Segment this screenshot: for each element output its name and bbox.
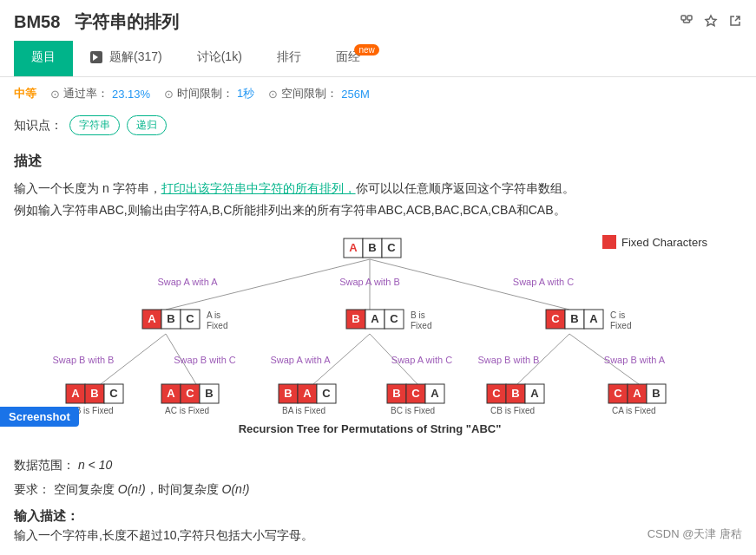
svg-text:C: C (322, 387, 331, 400)
tab-interview[interactable]: 面经 new (319, 41, 378, 76)
svg-text:C: C (492, 387, 501, 400)
svg-text:Swap A with A: Swap A with A (270, 355, 331, 365)
description-title: 描述 (14, 153, 742, 171)
pass-rate-label: 通过率： (63, 86, 108, 101)
svg-text:B: B (368, 241, 376, 254)
pass-rate-value: 23.13% (112, 88, 150, 101)
root-node: A B C (344, 238, 401, 258)
meta-info: 中等 ⊙ 通过率： 23.13% ⊙ 时间限制： 1秒 ⊙ 空间限制： 256M (0, 77, 756, 110)
svg-text:B: B (167, 312, 174, 325)
legend: Fixed Characters (602, 235, 707, 249)
footer: CSDN @天津 唐秸 (648, 526, 742, 542)
svg-text:Fixed: Fixed (207, 321, 227, 330)
input-desc-section: 输入描述： 输入一个字符串,长度不超过10,字符只包括大小写字母。 (14, 508, 742, 544)
star-icon[interactable] (704, 14, 718, 31)
video-icon (90, 51, 102, 63)
header-actions (680, 14, 742, 31)
svg-text:BA is Fixed: BA is Fixed (282, 406, 325, 415)
svg-text:Swap B with B: Swap B with B (53, 355, 115, 365)
svg-text:B: B (352, 312, 359, 325)
svg-text:Swap B with C: Swap B with C (174, 355, 236, 365)
check-icon: ⊙ (50, 88, 60, 101)
tag-string[interactable]: 字符串 (69, 115, 120, 135)
svg-text:B: B (90, 387, 98, 400)
svg-text:A: A (303, 387, 312, 400)
svg-text:A: A (167, 387, 175, 400)
space-limit-value: 256M (341, 88, 370, 101)
problem-title: 字符串的排列 (75, 12, 179, 31)
svg-text:C: C (390, 312, 398, 325)
open-icon[interactable] (728, 14, 742, 31)
difficulty-label: 中等 (14, 86, 36, 101)
svg-rect-1 (687, 16, 692, 20)
svg-text:A: A (530, 387, 539, 400)
svg-text:C is: C is (610, 310, 625, 320)
svg-text:B: B (511, 387, 519, 400)
svg-marker-2 (706, 16, 716, 26)
svg-text:AC is Fixed: AC is Fixed (165, 406, 209, 415)
page-header: BM58 字符串的排列 (0, 0, 756, 34)
svg-text:Recursion Tree for Permutation: Recursion Tree for Permutations of Strin… (239, 422, 502, 435)
desc-text1-rest: 你可以以任意顺序返回这个字符串数组。 (356, 181, 575, 195)
tab-bar: 题目 题解(317) 讨论(1k) 排行 面经 new (0, 41, 756, 77)
space-limit-label: 空间限制： (281, 86, 338, 101)
share-icon[interactable] (680, 14, 694, 31)
svg-text:A: A (633, 387, 641, 400)
tab-problem[interactable]: 题目 (14, 41, 73, 76)
clock-icon: ⊙ (164, 88, 174, 101)
tree-svg: A B C Swap A with A Swap A with B Swap A… (14, 232, 726, 440)
memory-icon: ⊙ (268, 88, 278, 101)
svg-text:C: C (387, 241, 396, 254)
tags-section: 知识点： 字符串 递归 (0, 110, 756, 144)
tag-recursion[interactable]: 递归 (127, 115, 167, 135)
footer-text: CSDN @天津 唐秸 (648, 527, 742, 540)
svg-text:B: B (205, 387, 213, 400)
svg-text:C: C (411, 387, 420, 400)
svg-text:B is: B is (411, 310, 425, 320)
desc-text2: 例如输入字符串ABC,则输出由字符A,B,C所能排列出来的所有字符串ABC,AC… (14, 199, 742, 221)
input-desc-title: 输入描述： (14, 508, 742, 525)
svg-text:A: A (431, 387, 439, 400)
svg-text:CA is Fixed: CA is Fixed (612, 406, 656, 415)
tab-discuss[interactable]: 讨论(1k) (180, 41, 260, 76)
problem-id: BM58 (14, 12, 60, 31)
tags-label: 知识点： (14, 118, 62, 134)
svg-text:C: C (551, 312, 560, 325)
svg-text:B: B (392, 387, 400, 400)
svg-text:A: A (589, 312, 598, 325)
svg-text:CB is Fixed: CB is Fixed (490, 406, 535, 415)
page-title: BM58 字符串的排列 (14, 10, 179, 34)
new-badge: new (354, 44, 378, 56)
time-limit-label: 时间限制： (177, 86, 233, 101)
screenshot-label: Screenshot (0, 407, 79, 427)
svg-text:C: C (186, 387, 194, 400)
input-desc-text: 输入一个字符串,长度不超过10,字符只包括大小写字母。 (14, 528, 742, 544)
svg-text:B: B (284, 387, 292, 400)
svg-text:B: B (652, 387, 660, 400)
content-area: 描述 输入一个长度为 n 字符串，打印出该字符串中字符的所有排列，你可以以任意顺… (0, 144, 756, 552)
tree-diagram: Fixed Characters (14, 232, 742, 442)
svg-text:C: C (109, 387, 118, 400)
svg-rect-0 (681, 16, 686, 20)
svg-text:Fixed: Fixed (411, 321, 431, 330)
svg-text:Swap B with A: Swap B with A (604, 355, 666, 365)
legend-text: Fixed Characters (621, 236, 707, 249)
svg-text:Swap A with A: Swap A with A (157, 277, 218, 287)
req-text: 空间复杂度 O(n!)，时间复杂度 O(n!) (54, 482, 250, 496)
legend-icon (602, 235, 616, 249)
req-label: 要求： (14, 482, 50, 496)
svg-text:Swap A with B: Swap A with B (339, 277, 400, 287)
data-range-section: 数据范围： n < 10 要求： 空间复杂度 O(n!)，时间复杂度 O(n!) (14, 453, 742, 501)
time-limit-value: 1秒 (237, 86, 254, 101)
svg-text:Fixed: Fixed (610, 321, 631, 330)
desc-text1-highlight: 打印出该字符串中字符的所有排列， (161, 181, 356, 195)
desc-text1: 输入一个长度为 n 字符串， (14, 181, 161, 195)
svg-text:A: A (371, 312, 379, 325)
tab-solution[interactable]: 题解(317) (73, 41, 180, 76)
svg-text:C: C (186, 312, 194, 325)
tab-rank[interactable]: 排行 (260, 41, 319, 76)
data-range-value: n < 10 (78, 458, 112, 472)
svg-text:A is: A is (207, 310, 220, 320)
svg-text:A: A (349, 241, 358, 254)
tab-solution-label: 题解(317) (109, 49, 162, 65)
